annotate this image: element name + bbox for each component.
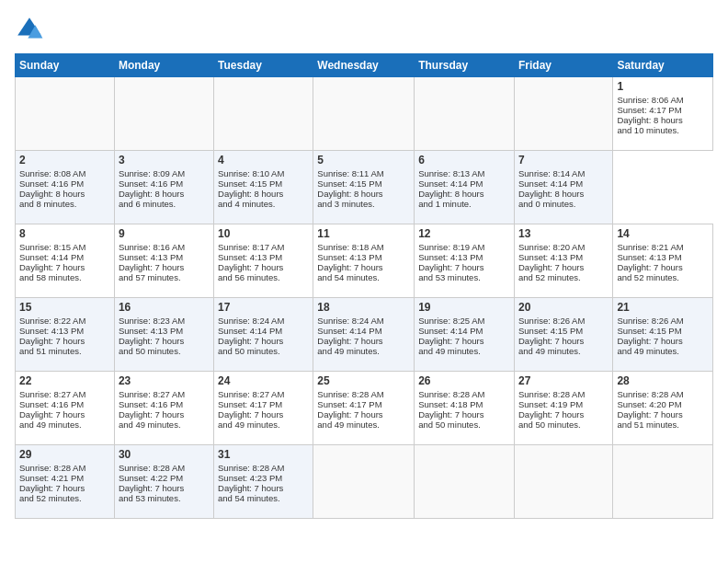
day-number: 8 — [19, 227, 110, 240]
day-info-line: Sunset: 4:17 PM — [317, 399, 410, 409]
calendar-header-sunday: Sunday — [16, 54, 115, 77]
calendar-cell: 5Sunrise: 8:11 AMSunset: 4:15 PMDaylight… — [313, 151, 415, 224]
day-info-line: Sunset: 4:14 PM — [418, 178, 510, 189]
day-info-line: and 0 minutes. — [518, 199, 609, 209]
calendar-cell: 28Sunrise: 8:28 AMSunset: 4:20 PMDayligh… — [613, 372, 713, 445]
day-info-line: Daylight: 7 hours — [19, 483, 110, 493]
day-info-line: Daylight: 7 hours — [418, 409, 510, 419]
calendar-week-row: 22Sunrise: 8:27 AMSunset: 4:16 PMDayligh… — [16, 372, 713, 445]
calendar-week-row: 2Sunrise: 8:08 AMSunset: 4:16 PMDaylight… — [16, 151, 713, 224]
calendar-cell: 27Sunrise: 8:28 AMSunset: 4:19 PMDayligh… — [514, 372, 612, 445]
day-info-line: Daylight: 7 hours — [119, 483, 210, 493]
calendar-cell — [514, 77, 612, 151]
day-info-line: Daylight: 7 hours — [617, 336, 709, 346]
day-info-line: Sunset: 4:15 PM — [218, 178, 309, 189]
day-info-line: Sunset: 4:13 PM — [617, 252, 709, 262]
day-info-line: Daylight: 8 hours — [19, 189, 110, 199]
day-info-line: and 54 minutes. — [218, 493, 309, 503]
day-info-line: Sunset: 4:16 PM — [19, 399, 110, 409]
day-info-line: and 54 minutes. — [317, 272, 410, 282]
day-info-line: and 49 minutes. — [119, 419, 210, 430]
day-info-line: Sunrise: 8:11 AM — [317, 168, 410, 178]
day-info-line: Sunset: 4:15 PM — [617, 326, 709, 336]
day-info-line: Daylight: 7 hours — [218, 336, 309, 346]
day-info-line: Sunrise: 8:28 AM — [518, 389, 609, 399]
day-info-line: and 52 minutes. — [19, 493, 110, 503]
day-info-line: Daylight: 8 hours — [218, 189, 309, 199]
day-info-line: Sunrise: 8:28 AM — [418, 389, 510, 399]
calendar-cell: 9Sunrise: 8:16 AMSunset: 4:13 PMDaylight… — [114, 224, 213, 298]
day-info-line: Sunrise: 8:20 AM — [518, 242, 609, 252]
day-number: 6 — [418, 154, 510, 167]
day-number: 30 — [119, 448, 210, 461]
day-number: 14 — [617, 227, 709, 240]
calendar-cell — [613, 445, 713, 519]
calendar-cell — [415, 77, 515, 151]
day-info-line: Sunset: 4:14 PM — [218, 326, 309, 336]
calendar-table: SundayMondayTuesdayWednesdayThursdayFrid… — [15, 53, 713, 519]
logo — [15, 15, 48, 44]
day-info-line: Daylight: 7 hours — [218, 483, 309, 493]
day-info-line: Sunrise: 8:18 AM — [317, 242, 410, 252]
day-number: 10 — [218, 227, 309, 240]
calendar-cell — [313, 445, 415, 519]
day-info-line: Daylight: 7 hours — [19, 336, 110, 346]
day-number: 11 — [317, 227, 410, 240]
day-number: 17 — [218, 301, 309, 314]
day-info-line: Sunrise: 8:28 AM — [19, 463, 110, 473]
day-number: 18 — [317, 301, 410, 314]
day-info-line: and 49 minutes. — [418, 346, 510, 356]
calendar-cell: 12Sunrise: 8:19 AMSunset: 4:13 PMDayligh… — [415, 224, 515, 298]
day-info-line: Daylight: 7 hours — [518, 336, 609, 346]
day-info-line: and 4 minutes. — [218, 199, 309, 209]
day-info-line: Daylight: 7 hours — [617, 409, 709, 419]
day-info-line: and 58 minutes. — [19, 272, 110, 282]
day-info-line: Daylight: 7 hours — [617, 262, 709, 272]
day-info-line: Sunset: 4:15 PM — [518, 326, 609, 336]
day-info-line: Daylight: 7 hours — [119, 336, 210, 346]
calendar-header-monday: Monday — [114, 54, 213, 77]
calendar-cell: 18Sunrise: 8:24 AMSunset: 4:14 PMDayligh… — [313, 298, 415, 372]
day-info-line: and 49 minutes. — [317, 419, 410, 430]
header — [15, 15, 713, 44]
day-number: 19 — [418, 301, 510, 314]
day-info-line: and 52 minutes. — [617, 272, 709, 282]
calendar-cell: 15Sunrise: 8:22 AMSunset: 4:13 PMDayligh… — [16, 298, 115, 372]
calendar-header-thursday: Thursday — [415, 54, 515, 77]
logo-icon — [15, 15, 44, 44]
day-info-line: Sunrise: 8:28 AM — [119, 463, 210, 473]
day-info-line: Daylight: 7 hours — [317, 336, 410, 346]
day-number: 1 — [617, 80, 709, 93]
day-info-line: Sunset: 4:13 PM — [218, 252, 309, 262]
calendar-cell: 22Sunrise: 8:27 AMSunset: 4:16 PMDayligh… — [16, 372, 115, 445]
day-info-line: and 51 minutes. — [19, 346, 110, 356]
day-info-line: and 1 minute. — [418, 199, 510, 209]
calendar-cell — [16, 77, 115, 151]
day-info-line: Sunset: 4:16 PM — [119, 178, 210, 189]
day-info-line: Sunset: 4:13 PM — [19, 326, 110, 336]
day-info-line: and 3 minutes. — [317, 199, 410, 209]
day-info-line: Sunrise: 8:27 AM — [218, 389, 309, 399]
day-info-line: Sunset: 4:14 PM — [19, 252, 110, 262]
day-number: 3 — [119, 154, 210, 167]
day-info-line: and 49 minutes. — [19, 419, 110, 430]
day-number: 12 — [418, 227, 510, 240]
calendar-cell: 16Sunrise: 8:23 AMSunset: 4:13 PMDayligh… — [114, 298, 213, 372]
day-info-line: Sunset: 4:20 PM — [617, 399, 709, 409]
day-info-line: Sunset: 4:15 PM — [317, 178, 410, 189]
day-info-line: and 49 minutes. — [518, 346, 609, 356]
day-number: 25 — [317, 374, 410, 387]
calendar-cell: 20Sunrise: 8:26 AMSunset: 4:15 PMDayligh… — [514, 298, 612, 372]
calendar-cell: 26Sunrise: 8:28 AMSunset: 4:18 PMDayligh… — [415, 372, 515, 445]
page: SundayMondayTuesdayWednesdayThursdayFrid… — [0, 0, 728, 563]
day-info-line: Sunrise: 8:09 AM — [119, 168, 210, 178]
calendar-header-wednesday: Wednesday — [313, 54, 415, 77]
day-info-line: Sunrise: 8:13 AM — [418, 168, 510, 178]
calendar-cell: 24Sunrise: 8:27 AMSunset: 4:17 PMDayligh… — [214, 372, 313, 445]
day-info-line: Daylight: 7 hours — [218, 262, 309, 272]
calendar-cell: 17Sunrise: 8:24 AMSunset: 4:14 PMDayligh… — [214, 298, 313, 372]
day-number: 16 — [119, 301, 210, 314]
day-info-line: Daylight: 7 hours — [518, 409, 609, 419]
day-info-line: and 56 minutes. — [218, 272, 309, 282]
calendar-cell: 3Sunrise: 8:09 AMSunset: 4:16 PMDaylight… — [114, 151, 213, 224]
